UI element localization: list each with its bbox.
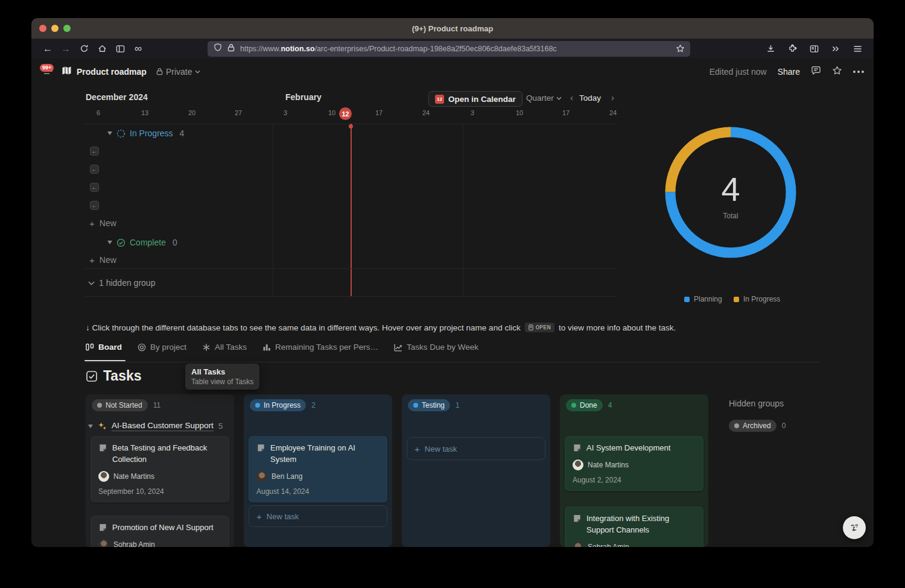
- database-title: Tasks: [103, 368, 142, 384]
- shield-icon[interactable]: [214, 43, 222, 54]
- scroll-to-bar-left-icon[interactable]: ←: [90, 201, 99, 210]
- sidebar-open-button[interactable]: 99+: [41, 65, 57, 79]
- database-title-row: Tasks: [86, 368, 142, 384]
- due-date: September 10, 2024: [98, 487, 221, 496]
- collapse-triangle-icon[interactable]: [107, 241, 112, 244]
- comments-icon[interactable]: [811, 66, 821, 78]
- notion-ai-face-button[interactable]: [843, 516, 866, 539]
- date-tick: 3: [471, 109, 474, 116]
- chevron-down-icon: [556, 96, 562, 100]
- today-date-chip: 12: [339, 107, 352, 120]
- timeline-next-icon[interactable]: ›: [611, 92, 614, 103]
- status-pill-testing[interactable]: Testing: [408, 399, 450, 411]
- task-card[interactable]: Employee Training on AI System Ben Lang …: [249, 436, 387, 502]
- task-card[interactable]: Integration with Existing Support Channe…: [565, 507, 703, 547]
- project-group-header[interactable]: AI-Based Customer Support 5: [88, 421, 223, 431]
- timeline-new-row-button[interactable]: +New: [89, 218, 116, 228]
- privacy-control[interactable]: Private: [156, 67, 201, 77]
- zoom-window-button[interactable]: [63, 25, 71, 32]
- page-icon: [98, 523, 107, 532]
- sidebar-toggle-icon[interactable]: [111, 41, 129, 57]
- breadcrumb-page-title[interactable]: Product roadmap: [77, 67, 147, 77]
- timeline-bottom-line: [84, 296, 617, 297]
- minimize-window-button[interactable]: [51, 25, 59, 32]
- database-view-tabs: Board By project All Tasks Remaining Tas…: [86, 343, 478, 352]
- browser-panels-icon[interactable]: [805, 41, 823, 57]
- hidden-group-toggle[interactable]: 1 hidden group: [88, 278, 155, 288]
- scroll-to-bar-left-icon[interactable]: ←: [90, 165, 99, 174]
- task-card[interactable]: AI System Development Nate Martins Augus…: [565, 436, 703, 491]
- scroll-to-bar-left-icon[interactable]: ←: [90, 183, 99, 192]
- tab-by-project[interactable]: By project: [138, 343, 186, 352]
- tabs-divider: [86, 362, 821, 362]
- status-pill-in-progress[interactable]: In Progress: [250, 399, 306, 411]
- close-window-button[interactable]: [39, 25, 46, 32]
- collapse-triangle-icon[interactable]: [107, 131, 112, 135]
- status-pill-done[interactable]: Done: [566, 399, 603, 411]
- assignee-name: Ben Lang: [272, 472, 302, 481]
- timeline-today-button[interactable]: Today: [579, 93, 601, 103]
- column-count: 11: [153, 401, 160, 409]
- task-card[interactable]: Beta Testing and Feedback Collection Nat…: [91, 436, 229, 502]
- extensions-puzzle-icon[interactable]: [783, 41, 801, 57]
- overflow-chevrons-icon[interactable]: [827, 41, 845, 57]
- date-tick: 27: [235, 109, 242, 116]
- new-task-button[interactable]: + New task: [407, 437, 545, 460]
- downloads-icon[interactable]: [761, 41, 780, 57]
- scroll-to-bar-left-icon[interactable]: ←: [90, 147, 99, 156]
- open-badge: OPEN: [525, 323, 554, 332]
- url-text: https://www.notion.so/arc-enterprises/Pr…: [240, 45, 557, 53]
- collapse-triangle-icon[interactable]: [88, 425, 93, 428]
- url-bar[interactable]: https://www.notion.so/arc-enterprises/Pr…: [208, 41, 690, 57]
- status-check-circle-icon: [116, 238, 125, 247]
- active-tab-underline: [84, 360, 125, 361]
- timeline-group-in-progress[interactable]: In Progress 4: [107, 128, 184, 138]
- task-card-title: Promotion of New AI Support: [112, 522, 214, 534]
- tab-all-tasks[interactable]: All Tasks: [202, 343, 247, 352]
- task-card[interactable]: Promotion of New AI Support Sohrab Amin: [91, 516, 229, 547]
- avatar: [573, 460, 583, 470]
- more-options-icon[interactable]: [853, 71, 864, 73]
- column-count: 4: [608, 401, 612, 409]
- month-boundary-line: [273, 124, 273, 296]
- forward-icon[interactable]: →: [57, 41, 75, 57]
- open-in-calendar-button[interactable]: 12 Open in Calendar: [428, 91, 522, 107]
- bookmark-star-icon[interactable]: [676, 44, 685, 55]
- today-marker-dot: [349, 124, 353, 128]
- back-icon[interactable]: ←: [39, 41, 57, 57]
- date-tick: 17: [562, 109, 570, 116]
- board-view-icon: [86, 343, 94, 352]
- avatar: [256, 471, 267, 482]
- plus-icon: +: [256, 512, 262, 521]
- timeline-new-row-button[interactable]: +New: [89, 255, 116, 265]
- hidden-groups-label: Hidden groups: [729, 399, 784, 408]
- home-icon[interactable]: [93, 41, 111, 57]
- favorite-star-icon[interactable]: [832, 66, 842, 78]
- view-tooltip: All Tasks Table view of Tasks: [185, 364, 259, 390]
- plus-icon: +: [414, 444, 420, 454]
- timeline-zoom-select[interactable]: Quarter: [526, 93, 562, 103]
- timeline-month-label: December 2024: [86, 92, 148, 102]
- reload-icon[interactable]: [75, 41, 93, 57]
- firefox-view-icon[interactable]: ∞: [129, 41, 147, 57]
- avatar: [98, 539, 109, 547]
- menu-icon[interactable]: [848, 41, 866, 57]
- date-tick: 13: [141, 109, 148, 116]
- archived-group[interactable]: Archived 0: [729, 420, 786, 432]
- share-button[interactable]: Share: [778, 67, 800, 77]
- tab-tasks-due-by-week[interactable]: Tasks Due by Week: [394, 343, 478, 352]
- status-pill-archived[interactable]: Archived: [729, 420, 776, 432]
- timeline-prev-icon[interactable]: ‹: [570, 92, 573, 103]
- page-icon: [98, 443, 107, 452]
- timeline-group-complete[interactable]: Complete 0: [107, 238, 177, 247]
- line-chart-icon: [394, 343, 402, 352]
- new-task-button[interactable]: + New task: [249, 505, 387, 527]
- project-group-name[interactable]: AI-Based Customer Support: [112, 421, 214, 431]
- assignee-name: Nate Martins: [588, 461, 629, 469]
- timeline-divider: [84, 268, 617, 269]
- sparkle-icon: [98, 422, 107, 431]
- lock-icon[interactable]: [227, 43, 235, 54]
- tab-remaining-tasks[interactable]: Remaining Tasks per Pers…: [262, 343, 378, 352]
- tab-board[interactable]: Board: [86, 343, 122, 352]
- status-pill-not-started[interactable]: Not Started: [92, 399, 148, 411]
